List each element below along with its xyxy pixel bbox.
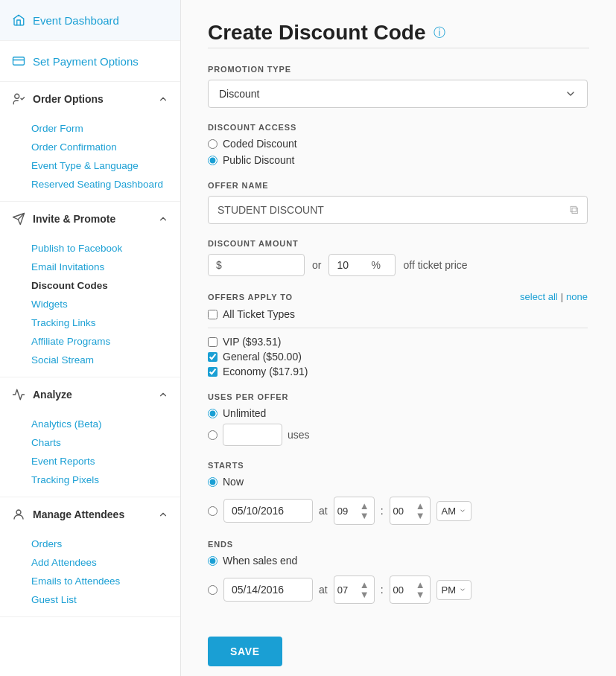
chevron-up-icon: [158, 94, 168, 104]
percent-amount-input[interactable]: [337, 259, 366, 271]
main-content: Create Discount Code ⓘ PROMOTION TYPE Di…: [181, 0, 616, 676]
starts-minute-value: 00: [393, 506, 404, 517]
sidebar-link-orders[interactable]: Orders: [31, 535, 180, 553]
sidebar-link-event-type-language[interactable]: Event Type & Language: [31, 156, 180, 175]
starts-ampm-select[interactable]: AM: [436, 501, 472, 521]
radio-starts-now[interactable]: Now: [208, 476, 589, 488]
starts-now-radio-input[interactable]: [208, 477, 217, 487]
dollar-sign: $: [216, 259, 222, 271]
starts-colon-sep: :: [381, 505, 384, 517]
sidebar-link-add-attendees[interactable]: Add Attendees: [31, 553, 180, 572]
ends-when-sales-radio-input[interactable]: [208, 556, 217, 566]
sidebar-section-invite-promote-links: Publish to Facebook Email Invitations Di…: [0, 236, 180, 377]
save-button[interactable]: SAVE: [208, 637, 282, 666]
general-label: General ($50.00): [223, 351, 302, 363]
sidebar-section-order-options-links: Order Form Order Confirmation Event Type…: [0, 116, 180, 201]
sidebar-link-publish-facebook[interactable]: Publish to Facebook: [31, 239, 180, 258]
sidebar-link-tracking-pixels[interactable]: Tracking Pixels: [31, 471, 180, 489]
sidebar-item-set-payment[interactable]: Set Payment Options: [0, 41, 180, 82]
ends-hour-down-arrow[interactable]: ▼: [358, 590, 371, 599]
sidebar-section-invite-promote-header[interactable]: Invite & Promote: [0, 202, 180, 236]
select-none-link[interactable]: none: [566, 291, 588, 302]
uses-label-text: uses: [288, 429, 310, 441]
promotion-type-dropdown[interactable]: Discount: [208, 80, 588, 108]
sidebar-link-discount-codes[interactable]: Discount Codes: [31, 276, 180, 295]
custom-uses-input[interactable]: [223, 424, 282, 446]
sidebar-link-event-reports[interactable]: Event Reports: [31, 452, 180, 471]
starts-hour-spinner[interactable]: 09 ▲ ▼: [334, 497, 375, 525]
sidebar-section-analyze-header[interactable]: Analyze: [0, 377, 180, 412]
sidebar-section-analyze-links: Analytics (Beta) Charts Event Reports Tr…: [0, 412, 180, 497]
ends-colon-sep: :: [381, 584, 384, 596]
offer-name-input[interactable]: [217, 204, 570, 216]
starts-minute-spinner[interactable]: 00 ▲ ▼: [390, 497, 431, 525]
promotion-type-section: PROMOTION TYPE Discount: [208, 65, 589, 108]
sidebar-link-charts[interactable]: Charts: [31, 433, 180, 452]
custom-uses-radio-input[interactable]: [208, 430, 217, 440]
sidebar-section-analyze: Analyze Analytics (Beta) Charts Event Re…: [0, 377, 180, 497]
starts-custom-radio-input[interactable]: [208, 506, 217, 516]
unlimited-label: Unlimited: [223, 407, 266, 419]
sidebar-link-guest-list[interactable]: Guest List: [31, 590, 180, 609]
radio-coded-label: Coded Discount: [223, 138, 297, 150]
ends-minute-arrows: ▲ ▼: [414, 580, 427, 599]
vip-checkbox-input[interactable]: [208, 337, 217, 347]
ends-minute-spinner[interactable]: 00 ▲ ▼: [390, 575, 431, 604]
ends-hour-spinner[interactable]: 07 ▲ ▼: [334, 575, 375, 604]
starts-now-label: Now: [223, 476, 244, 488]
vip-label: VIP ($93.51): [223, 336, 281, 348]
checkbox-vip[interactable]: VIP ($93.51): [208, 336, 589, 348]
economy-checkbox-input[interactable]: [208, 367, 217, 377]
ends-hour-value: 07: [337, 584, 348, 596]
ends-date-input[interactable]: [223, 578, 313, 602]
checkbox-all-ticket-types[interactable]: All Ticket Types: [208, 308, 589, 320]
sidebar-item-event-dashboard[interactable]: Event Dashboard: [0, 0, 180, 41]
unlimited-radio-input[interactable]: [208, 409, 217, 418]
radio-custom-uses[interactable]: uses: [208, 424, 589, 446]
starts-hour-down-arrow[interactable]: ▼: [358, 511, 371, 520]
sidebar-link-email-invitations[interactable]: Email Invitations: [31, 258, 180, 276]
uses-per-offer-radio-group: Unlimited uses: [208, 407, 589, 446]
radio-coded-discount[interactable]: Coded Discount: [208, 138, 589, 150]
general-checkbox-input[interactable]: [208, 352, 217, 362]
ends-datetime-row: at 07 ▲ ▼ : 00 ▲ ▼ PM: [208, 575, 589, 604]
starts-section: STARTS Now at 09 ▲ ▼ : 00: [208, 461, 589, 525]
sidebar-section-analyze-label: Analyze: [33, 389, 72, 401]
discount-access-section: DISCOUNT ACCESS Coded Discount Public Di…: [208, 123, 589, 166]
all-ticket-types-input[interactable]: [208, 310, 217, 319]
radio-ends-when-sales-end[interactable]: When sales end: [208, 555, 589, 567]
sidebar-link-social-stream[interactable]: Social Stream: [31, 351, 180, 369]
select-all-link[interactable]: select all: [520, 291, 558, 302]
sidebar-section-manage-attendees-label: Manage Attendees: [33, 508, 124, 520]
checkbox-economy[interactable]: Economy ($17.91): [208, 366, 589, 377]
starts-minute-down-arrow[interactable]: ▼: [414, 511, 427, 520]
radio-coded-input[interactable]: [208, 139, 217, 149]
radio-unlimited[interactable]: Unlimited: [208, 407, 589, 419]
radio-public-input[interactable]: [208, 156, 217, 165]
sidebar-link-analytics-beta[interactable]: Analytics (Beta): [31, 415, 180, 433]
starts-label: STARTS: [208, 461, 589, 470]
sidebar-link-reserved-seating[interactable]: Reserved Seating Dashboard: [31, 175, 180, 194]
ends-ampm-select[interactable]: PM: [436, 580, 472, 600]
ticket-divider: [208, 328, 588, 328]
sidebar-link-order-confirmation[interactable]: Order Confirmation: [31, 138, 180, 156]
sidebar-link-order-form[interactable]: Order Form: [31, 119, 180, 138]
sidebar-section-manage-attendees-header[interactable]: Manage Attendees: [0, 497, 180, 532]
sidebar-link-widgets[interactable]: Widgets: [31, 295, 180, 313]
sidebar-link-emails-to-attendees[interactable]: Emails to Attendees: [31, 572, 180, 590]
starts-date-input[interactable]: [223, 499, 313, 523]
ends-custom-radio-input[interactable]: [208, 585, 217, 595]
sidebar-link-tracking-links[interactable]: Tracking Links: [31, 313, 180, 332]
dollar-amount-input[interactable]: [226, 259, 293, 271]
starts-minute-arrows: ▲ ▼: [414, 501, 427, 520]
sidebar-link-affiliate-programs[interactable]: Affiliate Programs: [31, 332, 180, 351]
discount-amount-row: $ or % off ticket price: [208, 254, 589, 276]
ends-minute-down-arrow[interactable]: ▼: [414, 590, 427, 599]
info-icon[interactable]: ⓘ: [434, 25, 445, 41]
checkbox-general[interactable]: General ($50.00): [208, 351, 589, 363]
page-divider: [208, 48, 589, 48]
sidebar-section-order-options-header[interactable]: Order Options: [0, 82, 180, 116]
chevron-up-icon-4: [158, 509, 168, 520]
radio-public-discount[interactable]: Public Discount: [208, 154, 589, 166]
discount-access-radio-group: Coded Discount Public Discount: [208, 138, 589, 166]
